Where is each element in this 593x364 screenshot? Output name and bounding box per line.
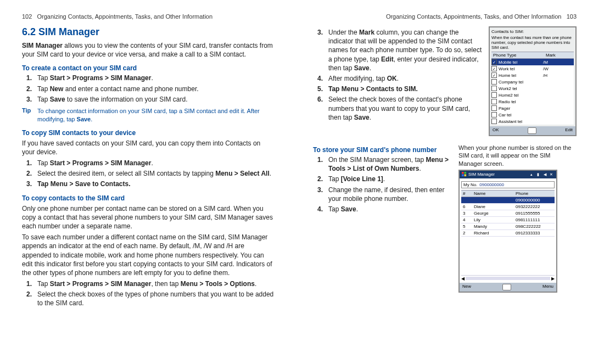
row-name: Richard (472, 230, 514, 236)
step: Tap Start > Programs > SIM Manager. (22, 74, 275, 82)
speaker-icon: ◀ (542, 172, 547, 177)
shot1-header-row: Phone Type Mark (491, 52, 574, 59)
scrollbar-track[interactable] (466, 277, 550, 280)
row-num: 4 (461, 217, 472, 223)
svg-rect-3 (465, 175, 467, 177)
contact-row[interactable]: 3George0911555555 (461, 210, 555, 217)
paragraph: To save each number under a different co… (22, 233, 275, 277)
row-phone: 0900000000 (514, 197, 542, 203)
phone-type-label: Work2 tel (499, 86, 541, 91)
col-num: # (461, 191, 472, 197)
row-num (461, 197, 472, 203)
close-icon[interactable]: ✕ (549, 172, 554, 177)
paragraph: If you have saved contacts on your SIM c… (22, 139, 275, 156)
page-102: 102 Organizing Contacts, Appointments, T… (0, 0, 296, 364)
shot1-title: Contacts to SIM: (491, 29, 574, 34)
row-name: George (472, 210, 514, 216)
row-name (472, 197, 514, 203)
phone-type-row[interactable]: Pager (491, 105, 574, 111)
step: Change the name, if desired, then enter … (313, 186, 453, 203)
subhead-copy-to-device: To copy SIM contacts to your device (22, 129, 275, 137)
page-number: 102 (22, 13, 32, 20)
checkbox[interactable] (491, 99, 497, 104)
phone-type-row[interactable]: Company tel (491, 79, 574, 85)
signal-icon: ▴ (529, 172, 534, 177)
step: Under the Mark column, you can change th… (313, 28, 483, 72)
step: Tap Start > Programs > SIM Manager. (22, 159, 275, 167)
keyboard-icon[interactable] (502, 284, 511, 290)
running-head-right: Organizing Contacts, Appointments, Tasks… (313, 13, 577, 20)
scroll-right-icon[interactable]: ▶ (551, 276, 555, 281)
phone-type-label: Work tel (499, 66, 541, 71)
mark-label: /H (543, 73, 547, 78)
steps-store-number: On the SIM Manager screen, tap Menu > To… (313, 155, 453, 214)
mark-label: /W (543, 66, 549, 71)
page-number: 103 (567, 13, 577, 20)
step: Tap Menu > Save to Contacts. (22, 180, 275, 188)
row-phone: 0981111111 (514, 217, 542, 223)
checkbox[interactable] (491, 79, 497, 85)
screenshot-sim-manager: SIM Manager ▴ ▮ ◀ ✕ My No. 0900000000 (458, 170, 557, 293)
step: Tap [Voice Line 1]. (313, 175, 453, 183)
caption-own-number: When your phone number is stored on the … (458, 144, 574, 167)
phone-type-row[interactable]: ✓Home tel/H (491, 72, 574, 79)
section-title: 6.2 SIM Manager (22, 26, 275, 38)
contact-row[interactable]: 6Diane0932222222 (461, 204, 555, 210)
subhead-copy-to-sim: To copy contacts to the SIM card (22, 194, 275, 202)
step: Tap Menu > Contacts to SIM. (313, 85, 483, 93)
checkbox[interactable] (491, 86, 497, 91)
subhead-store-number: To store your SIM card's phone number (313, 146, 453, 154)
checkbox[interactable]: ✓ (491, 72, 497, 78)
phone-type-row[interactable]: Assistant tel (491, 118, 574, 125)
checkbox[interactable] (491, 119, 497, 124)
shot2-header-row: # Name Phone (461, 190, 555, 197)
row-phone: 098C222222 (514, 223, 542, 229)
phone-type-row[interactable]: Radio tel (491, 98, 574, 105)
windows-start-icon[interactable] (462, 172, 467, 177)
phone-type-row[interactable]: Car tel (491, 111, 574, 118)
menu-softkey[interactable]: Menu (542, 284, 553, 290)
contact-row[interactable]: 4Lily0981111111 (461, 217, 555, 223)
new-softkey[interactable]: New (462, 284, 471, 290)
step: On the SIM Manager screen, tap Menu > To… (313, 155, 453, 173)
contact-row[interactable]: 5Mandy098C222222 (461, 223, 555, 230)
phone-type-label: Mobile tel (499, 60, 541, 65)
checkbox[interactable]: ✓ (491, 66, 497, 71)
mark-label: /M (543, 60, 548, 65)
steps-create-contact: Tap Start > Programs > SIM Manager. Tap … (22, 74, 275, 104)
phone-type-row[interactable]: ✓Mobile tel/M (491, 59, 574, 65)
step: Tap Save to save the information on your… (22, 95, 275, 104)
col-phone: Phone (514, 191, 530, 197)
col-mark: Mark (544, 52, 557, 58)
page-103: Organizing Contacts, Appointments, Tasks… (296, 0, 593, 364)
step: Select the desired item, or select all S… (22, 169, 275, 178)
phone-type-row[interactable]: Work2 tel (491, 85, 574, 92)
row-phone: 0912333333 (514, 230, 542, 236)
phone-type-row[interactable]: ✓Work tel/W (491, 65, 574, 72)
phone-type-row[interactable]: Home2 tel (491, 92, 574, 98)
edit-softkey[interactable]: Edit (565, 127, 573, 134)
shot2-titlebar: SIM Manager ▴ ▮ ◀ ✕ (460, 171, 556, 178)
phone-type-label: Home2 tel (499, 93, 541, 98)
row-num: 5 (461, 223, 472, 229)
phone-type-label: Pager (499, 106, 541, 111)
col-name: Name (472, 191, 514, 197)
svg-rect-1 (465, 172, 467, 174)
svg-rect-2 (462, 175, 464, 177)
steps-copy-to-device: Tap Start > Programs > SIM Manager. Sele… (22, 159, 275, 189)
row-num: 3 (461, 210, 472, 216)
contact-row[interactable]: 2Richard0912333333 (461, 230, 555, 237)
phone-type-label: Home tel (499, 73, 541, 78)
checkbox[interactable] (491, 112, 497, 117)
phone-type-label: Radio tel (499, 99, 541, 104)
row-num: 6 (461, 204, 472, 210)
my-number-field[interactable]: My No. 0900000000 (461, 181, 555, 188)
contact-row[interactable]: 0900000000 (461, 197, 555, 204)
steps-copy-to-sim-cont: Under the Mark column, you can change th… (313, 28, 483, 122)
keyboard-icon[interactable] (528, 127, 536, 134)
ok-softkey[interactable]: OK (493, 127, 499, 134)
scroll-left-icon[interactable]: ◀ (461, 276, 465, 281)
checkbox[interactable] (491, 92, 497, 98)
checkbox[interactable] (491, 105, 497, 111)
checkbox[interactable]: ✓ (491, 59, 497, 65)
